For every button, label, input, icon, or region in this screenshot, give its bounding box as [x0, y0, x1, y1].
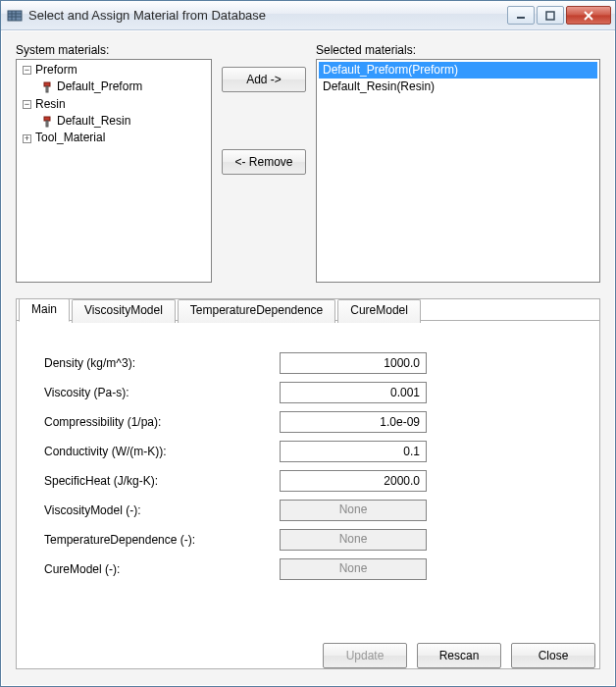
selected-materials-column: Selected materials: Default_Preform(Pref…	[316, 43, 600, 283]
svg-rect-6	[546, 12, 554, 20]
client-area: System materials: −PreformDefault_Prefor…	[1, 30, 615, 686]
svg-rect-12	[46, 121, 48, 127]
material-icon	[40, 80, 54, 94]
property-row: Viscosity (Pa-s):	[44, 378, 572, 407]
rescan-button[interactable]: Rescan	[417, 643, 501, 668]
property-label: SpecificHeat (J/kg-K):	[44, 474, 280, 488]
property-label: Density (kg/m^3):	[44, 356, 280, 370]
property-input[interactable]	[280, 470, 427, 492]
property-readonly: None	[280, 529, 427, 551]
window-controls	[507, 6, 611, 25]
dialog-window: Select and Assign Material from Database…	[0, 0, 616, 687]
maximize-button[interactable]	[537, 6, 564, 25]
tree-node-label: Tool_Material	[35, 132, 105, 145]
tree-node[interactable]: −ResinDefault_Resin	[19, 96, 209, 131]
system-materials-label: System materials:	[16, 43, 212, 57]
property-label: Viscosity (Pa-s):	[44, 386, 280, 399]
tree-node[interactable]: −PreformDefault_Preform	[19, 62, 209, 96]
tab-temperaturedependence[interactable]: TemperatureDependence	[178, 299, 335, 323]
property-label: ViscosityModel (-):	[44, 503, 280, 517]
svg-rect-10	[46, 86, 48, 92]
upper-panel: System materials: −PreformDefault_Prefor…	[16, 43, 600, 283]
tree-node-label: Resin	[35, 97, 66, 111]
selected-item[interactable]: Default_Preform(Preform)	[319, 62, 597, 79]
tab-strip: MainViscosityModelTemperatureDependenceC…	[19, 298, 601, 322]
property-row: SpecificHeat (J/kg-K):	[44, 466, 572, 496]
tab-main[interactable]: Main	[19, 298, 70, 322]
transfer-buttons-column: Add -> <- Remove	[222, 43, 306, 283]
property-row: CureModel (-):None	[44, 555, 572, 584]
close-button[interactable]: Close	[511, 643, 595, 668]
expand-icon[interactable]: +	[23, 134, 31, 143]
tree-leaf[interactable]: Default_Resin	[40, 113, 209, 130]
properties-tabs: MainViscosityModelTemperatureDependenceC…	[16, 298, 600, 669]
tree-leaf-label: Default_Resin	[57, 114, 130, 128]
property-label: Compressibility (1/pa):	[44, 415, 280, 429]
property-row: TemperatureDependence (-):None	[44, 525, 572, 555]
selected-item[interactable]: Default_Resin(Resin)	[319, 79, 597, 95]
property-row: Density (kg/m^3):	[44, 348, 572, 378]
property-readonly: None	[280, 500, 427, 521]
property-input[interactable]	[280, 352, 427, 374]
property-label: CureModel (-):	[44, 562, 280, 576]
property-input[interactable]	[280, 382, 427, 403]
minimize-button[interactable]	[507, 6, 535, 25]
system-materials-column: System materials: −PreformDefault_Prefor…	[16, 43, 212, 283]
svg-rect-9	[44, 82, 50, 86]
tree-node-label: Preform	[35, 63, 77, 77]
system-materials-tree[interactable]: −PreformDefault_Preform−ResinDefault_Res…	[16, 59, 212, 283]
tab-curemodel[interactable]: CureModel	[337, 299, 421, 323]
svg-rect-11	[44, 117, 50, 121]
tab-body-main: Density (kg/m^3):Viscosity (Pa-s):Compre…	[17, 320, 599, 629]
collapse-icon[interactable]: −	[23, 100, 31, 109]
add-button[interactable]: Add ->	[222, 67, 306, 92]
update-button[interactable]: Update	[323, 643, 407, 668]
property-input[interactable]	[280, 411, 427, 433]
tab-viscositymodel[interactable]: ViscosityModel	[72, 299, 176, 323]
property-readonly: None	[280, 558, 427, 580]
property-row: Conductivity (W/(m-K)):	[44, 437, 572, 466]
property-row: Compressibility (1/pa):	[44, 407, 572, 437]
close-window-button[interactable]	[566, 6, 611, 25]
app-icon	[7, 8, 23, 24]
selected-materials-label: Selected materials:	[316, 43, 600, 57]
dialog-footer: Update Rescan Close	[17, 629, 599, 668]
tree-leaf[interactable]: Default_Preform	[40, 79, 209, 95]
selected-materials-list[interactable]: Default_Preform(Preform)Default_Resin(Re…	[316, 59, 600, 283]
property-label: Conductivity (W/(m-K)):	[44, 445, 280, 458]
svg-rect-0	[8, 11, 22, 21]
tree-node[interactable]: +Tool_Material	[19, 130, 209, 146]
material-icon	[40, 115, 54, 129]
titlebar[interactable]: Select and Assign Material from Database	[1, 1, 615, 30]
collapse-icon[interactable]: −	[23, 66, 31, 75]
tree-leaf-label: Default_Preform	[57, 80, 142, 94]
property-input[interactable]	[280, 441, 427, 462]
property-label: TemperatureDependence (-):	[44, 533, 280, 547]
remove-button[interactable]: <- Remove	[222, 149, 306, 175]
window-title: Select and Assign Material from Database	[28, 8, 507, 23]
property-row: ViscosityModel (-):None	[44, 496, 572, 525]
